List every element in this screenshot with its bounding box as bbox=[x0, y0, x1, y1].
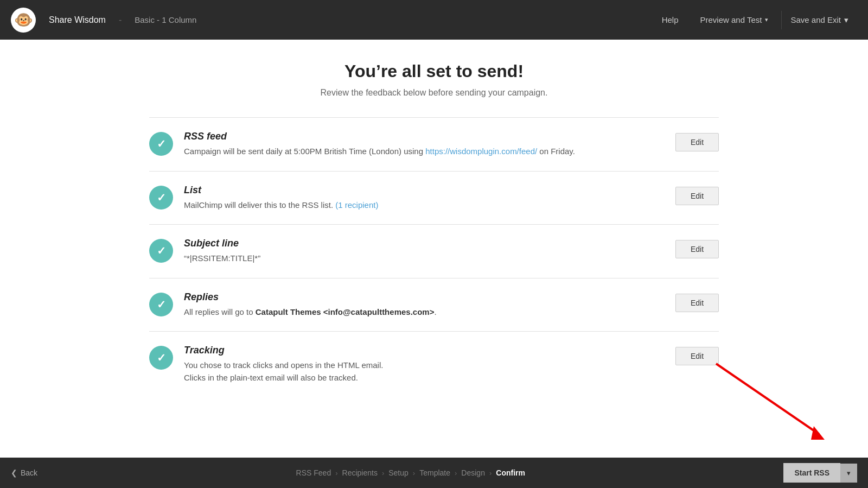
replies-edit-button[interactable]: Edit bbox=[675, 294, 719, 312]
rss-feed-content: RSS feed Campaign will be sent daily at … bbox=[184, 131, 665, 158]
subject-line-title: Subject line bbox=[184, 238, 665, 249]
back-button[interactable]: ❮ Back bbox=[11, 468, 37, 477]
tracking-row: Tracking You chose to track clicks and o… bbox=[149, 331, 719, 397]
replies-content: Replies All replies will go to Catapult … bbox=[184, 291, 665, 319]
rss-feed-row: RSS feed Campaign will be sent daily at … bbox=[149, 117, 719, 171]
brand-link[interactable]: Share Wisdom bbox=[49, 15, 106, 25]
save-chevron-icon: ▾ bbox=[844, 15, 848, 25]
breadcrumb-sep-1: › bbox=[335, 469, 337, 477]
breadcrumb-sep-4: › bbox=[455, 469, 457, 477]
tracking-content: Tracking You chose to track clicks and o… bbox=[184, 345, 665, 384]
breadcrumb-setup: Setup bbox=[388, 468, 409, 477]
rss-feed-link[interactable]: https://wisdomplugin.com/feed/ bbox=[425, 147, 537, 156]
nav-divider: - bbox=[119, 15, 122, 25]
list-description: MailChimp will deliver this to the RSS l… bbox=[184, 199, 665, 212]
breadcrumb-confirm: Confirm bbox=[496, 468, 525, 477]
tracking-description: You chose to track clicks and opens in t… bbox=[184, 359, 665, 384]
list-edit-button[interactable]: Edit bbox=[675, 187, 719, 205]
list-action: Edit bbox=[675, 187, 719, 205]
rss-feed-edit-button[interactable]: Edit bbox=[675, 133, 719, 151]
save-and-exit-button[interactable]: Save and Exit ▾ bbox=[781, 11, 857, 29]
subject-line-content: Subject line “*|RSSITEM:TITLE|*” bbox=[184, 238, 665, 265]
replies-action: Edit bbox=[675, 294, 719, 312]
breadcrumb-sep-5: › bbox=[489, 469, 492, 477]
help-link[interactable]: Help bbox=[653, 11, 687, 29]
replies-recipient: Catapult Themes <info@catapultthemes.com… bbox=[256, 307, 435, 316]
breadcrumb-sep-3: › bbox=[413, 469, 415, 477]
replies-row: Replies All replies will go to Catapult … bbox=[149, 278, 719, 332]
recipients-link[interactable]: (1 recipient) bbox=[335, 200, 378, 210]
rss-feed-action: Edit bbox=[675, 133, 719, 151]
page-title: You’re all set to send! bbox=[344, 61, 524, 81]
list-row: List MailChimp will deliver this to the … bbox=[149, 171, 719, 225]
subject-line-check-icon bbox=[149, 239, 173, 263]
bottom-navigation: ❮ Back RSS Feed › Recipients › Setup › T… bbox=[0, 458, 868, 488]
breadcrumb-recipients: Recipients bbox=[342, 468, 378, 477]
list-title: List bbox=[184, 185, 665, 196]
list-content: List MailChimp will deliver this to the … bbox=[184, 185, 665, 212]
tracking-title: Tracking bbox=[184, 345, 665, 356]
tracking-check-icon bbox=[149, 346, 173, 370]
breadcrumb-rss-feed: RSS Feed bbox=[296, 468, 331, 477]
page-subtitle: Review the feedback below before sending… bbox=[321, 88, 548, 98]
subject-line-action: Edit bbox=[675, 240, 719, 258]
replies-title: Replies bbox=[184, 291, 665, 303]
replies-description: All replies will go to Catapult Themes <… bbox=[184, 306, 665, 319]
breadcrumb-sep-2: › bbox=[382, 469, 384, 477]
start-rss-dropdown-button[interactable]: ▾ bbox=[840, 464, 857, 483]
breadcrumb-design: Design bbox=[461, 468, 485, 477]
start-rss-section: Start RSS ▾ bbox=[783, 463, 857, 483]
template-name: Basic - 1 Column bbox=[135, 15, 196, 24]
subject-line-row: Subject line “*|RSSITEM:TITLE|*” Edit bbox=[149, 224, 719, 278]
checklist-container: RSS feed Campaign will be sent daily at … bbox=[149, 117, 719, 397]
subject-line-description: “*|RSSITEM:TITLE|*” bbox=[184, 252, 665, 265]
tracking-action: Edit bbox=[675, 347, 719, 365]
replies-check-icon bbox=[149, 293, 173, 316]
breadcrumb-template: Template bbox=[419, 468, 450, 477]
rss-feed-title: RSS feed bbox=[184, 131, 665, 142]
subject-line-edit-button[interactable]: Edit bbox=[675, 240, 719, 258]
rss-feed-description: Campaign will be sent daily at 5:00PM Br… bbox=[184, 145, 665, 158]
top-navigation: 🐵 Share Wisdom - Basic - 1 Column Help P… bbox=[0, 0, 868, 40]
mailchimp-logo: 🐵 bbox=[11, 8, 36, 33]
start-rss-button[interactable]: Start RSS bbox=[783, 463, 840, 483]
preview-chevron-icon: ▾ bbox=[765, 16, 768, 23]
preview-and-test-button[interactable]: Preview and Test ▾ bbox=[691, 11, 777, 29]
breadcrumb: RSS Feed › Recipients › Setup › Template… bbox=[37, 468, 783, 477]
main-content: You’re all set to send! Review the feedb… bbox=[0, 40, 868, 458]
back-chevron-icon: ❮ bbox=[11, 468, 17, 477]
tracking-edit-button[interactable]: Edit bbox=[675, 347, 719, 365]
list-check-icon bbox=[149, 186, 173, 210]
rss-feed-check-icon bbox=[149, 132, 173, 156]
